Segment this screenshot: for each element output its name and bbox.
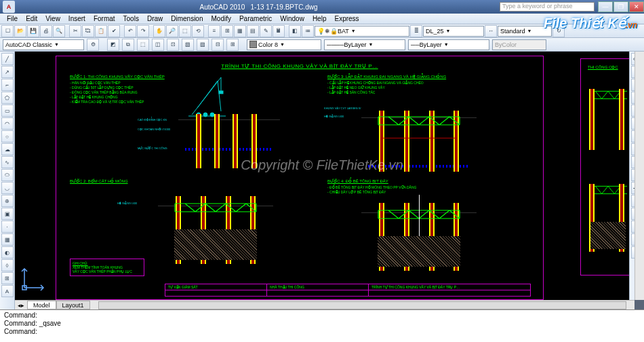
spline-icon[interactable]: ∿ — [1, 156, 14, 168]
scrollbar-vertical[interactable] — [635, 52, 644, 300]
tb-f-icon[interactable]: ▧ — [182, 39, 194, 51]
menu-help[interactable]: Help — [308, 15, 331, 22]
menu-parametric[interactable]: Parametric — [235, 15, 276, 22]
open-icon[interactable]: 📂 — [14, 25, 26, 37]
tb-g-icon[interactable]: ▨ — [197, 39, 209, 51]
workspace-dropdown[interactable]: AutoCAD Classic▼ — [3, 39, 84, 50]
brand-overlay: File Thiết Kế.vn — [544, 15, 637, 31]
command-line[interactable]: Command: Command: _qsave Command: — [0, 309, 644, 342]
model-space[interactable]: TRÌNH TỰ THI CÔNG KHUNG VÂY VÀ BỊT ĐÁY T… — [15, 52, 635, 300]
menu-view[interactable]: View — [41, 15, 64, 22]
ws-settings-icon[interactable]: ⚙ — [87, 39, 99, 51]
sheet-icon[interactable]: ▤ — [247, 25, 259, 37]
ellipsearc-icon[interactable]: ◡ — [1, 182, 14, 194]
cmd-prompt[interactable]: Command: — [4, 328, 640, 336]
close-button[interactable]: ✕ — [629, 1, 644, 12]
circle-icon[interactable]: ○ — [1, 130, 14, 142]
toolpalette-icon[interactable]: ▦ — [234, 25, 246, 37]
layer-iso-icon[interactable]: ≣ — [410, 25, 422, 37]
polygon-icon[interactable]: ⬠ — [1, 92, 14, 104]
revcloud-icon[interactable]: ☁ — [1, 143, 14, 155]
zoom-icon[interactable]: 🔎 — [166, 25, 178, 37]
struct-3: HỆ GIẰNG I400 KHUNG VÂY CVT LARSEN IV — [375, 104, 463, 172]
markup-icon[interactable]: ✎ — [260, 25, 272, 37]
menu-draw[interactable]: Draw — [143, 15, 167, 22]
properties-icon[interactable]: ≡ — [208, 25, 220, 37]
cut-icon[interactable]: ✂ — [69, 25, 81, 37]
new-icon[interactable]: ☐ — [1, 25, 14, 37]
arc-icon[interactable]: ◠ — [1, 117, 14, 130]
title-bar: A AutoCAD 2010 1-13 17-19.BPTC.dwg Type … — [0, 0, 644, 14]
xline-icon[interactable]: ↗ — [1, 66, 14, 78]
menu-edit[interactable]: Edit — [22, 15, 41, 22]
help-search-input[interactable]: Type a keyword or phrase — [500, 2, 595, 12]
point-icon[interactable]: · — [1, 221, 14, 233]
title-block: TƯ VẤN GIÁM SÁTNHÀ THẦU THI CÔNGTRÌNH TỰ… — [165, 284, 531, 297]
tb-i-icon[interactable]: ⊞ — [226, 39, 239, 51]
draw-toolbar: ╱ ↗ ⌐ ⬠ ▭ ◠ ○ ☁ ∿ ⬭ ◡ ⊕ ▣ · ▦ ◐ ◊ ⊞ A — [0, 52, 15, 309]
layer-dropdown[interactable]: 💡❄🔒 BAT▼ — [315, 26, 409, 37]
maximize-button[interactable]: ❐ — [613, 1, 628, 12]
tb-a-icon[interactable]: ◩ — [107, 39, 119, 51]
tb-h-icon[interactable]: ⊟ — [212, 39, 224, 51]
color-dropdown[interactable]: Color 8▼ — [247, 39, 321, 50]
layer-state-icon[interactable]: ◧ — [289, 25, 301, 37]
plot-icon[interactable]: 🖨 — [40, 25, 52, 37]
hatch-icon[interactable]: ▦ — [1, 233, 14, 246]
linetype-scale-dropdown[interactable]: DL_25▼ — [423, 26, 484, 37]
drawing-frame: TRÌNH TỰ THI CÔNG KHUNG VÂY VÀ BỊT ĐÁY T… — [56, 56, 544, 300]
tab-model[interactable]: Model — [27, 301, 56, 309]
step2-header: BƯỚC 2: BƠM CÁT HỐ MÓNG — [70, 178, 128, 183]
gradient-icon[interactable]: ◐ — [1, 246, 14, 259]
tb-b-icon[interactable]: ⧉ — [122, 39, 134, 51]
dim-icon[interactable]: ↔ — [485, 25, 497, 37]
copy-icon[interactable]: ⿻ — [82, 25, 94, 37]
menu-modify[interactable]: Modify — [207, 15, 235, 22]
save-icon[interactable]: 💾 — [27, 25, 39, 37]
tab-layout1[interactable]: Layout1 — [56, 301, 90, 309]
tb-e-icon[interactable]: ⊡ — [167, 39, 179, 51]
window-title: AutoCAD 2010 1-13 17-19.BPTC.dwg — [18, 3, 500, 11]
preview-icon[interactable]: 🔍 — [53, 25, 65, 37]
drawing-viewport[interactable]: TRÌNH TỰ THI CÔNG KHUNG VÂY VÀ BỊT ĐÁY T… — [15, 52, 644, 309]
menu-express[interactable]: Express — [330, 15, 363, 22]
menu-format[interactable]: Format — [89, 15, 119, 22]
paste-icon[interactable]: 📋 — [95, 25, 107, 37]
window-buttons: — ❐ ✕ — [597, 1, 644, 12]
zoom-prev-icon[interactable]: ⟲ — [192, 25, 204, 37]
redo-icon[interactable]: ↷ — [137, 25, 149, 37]
ellipse-icon[interactable]: ⬭ — [1, 169, 14, 181]
menu-dimension[interactable]: Dimension — [167, 15, 207, 22]
zoom-win-icon[interactable]: ⬚ — [179, 25, 191, 37]
rectangle-icon[interactable]: ▭ — [1, 104, 14, 117]
region-icon[interactable]: ◊ — [1, 259, 14, 271]
insert-icon[interactable]: ⊕ — [1, 195, 14, 207]
mtext-icon[interactable]: A — [1, 285, 14, 297]
undo-icon[interactable]: ↶ — [124, 25, 136, 37]
tb-c-icon[interactable]: ⬚ — [137, 39, 149, 51]
tb-d-icon[interactable]: ◫ — [152, 39, 164, 51]
note-box: GHI CHÚ: XEM THÊM TÍNH TOÁN KHUNG VÂY CỌ… — [70, 259, 144, 276]
table-icon[interactable]: ⊞ — [1, 272, 14, 284]
block-icon[interactable]: ▣ — [1, 208, 14, 220]
menu-window[interactable]: Window — [276, 15, 308, 22]
designcenter-icon[interactable]: ⊞ — [221, 25, 233, 37]
menu-file[interactable]: File — [3, 15, 22, 22]
minimize-button[interactable]: — — [598, 1, 613, 12]
step1-header: BƯỚC 1: THI CÔNG KHUNG VÂY CỌC VÁN THÉP — [70, 74, 165, 79]
menu-tools[interactable]: Tools — [119, 15, 143, 22]
scrollbar-horizontal[interactable] — [98, 301, 626, 309]
match-icon[interactable]: ✔ — [108, 25, 120, 37]
pline-icon[interactable]: ⌐ — [1, 79, 14, 91]
main-area: ╱ ↗ ⌐ ⬠ ▭ ◠ ○ ☁ ∿ ⬭ ◡ ⊕ ▣ · ▦ ◐ ◊ ⊞ A TR… — [0, 52, 644, 309]
lineweight-dropdown[interactable]: ── ByLayer▼ — [408, 39, 489, 50]
calc-icon[interactable]: 🖩 — [273, 25, 285, 37]
app-logo[interactable]: A — [3, 1, 15, 13]
struct-1: CAO ĐỘ ĐỈNH CỌC KN CỌC KHOAN NHỒI ∅1000 … — [192, 114, 266, 172]
layer-props-icon[interactable]: ≔ — [302, 25, 314, 37]
step4-header: BƯỚC 4: ĐỔ BÊ TÔNG BỊT ĐÁY — [327, 178, 388, 183]
linetype-dropdown[interactable]: ──── ByLayer▼ — [324, 39, 405, 50]
line-icon[interactable]: ╱ — [1, 53, 14, 65]
menu-insert[interactable]: Insert — [64, 15, 89, 22]
pan-icon[interactable]: ✋ — [153, 25, 165, 37]
